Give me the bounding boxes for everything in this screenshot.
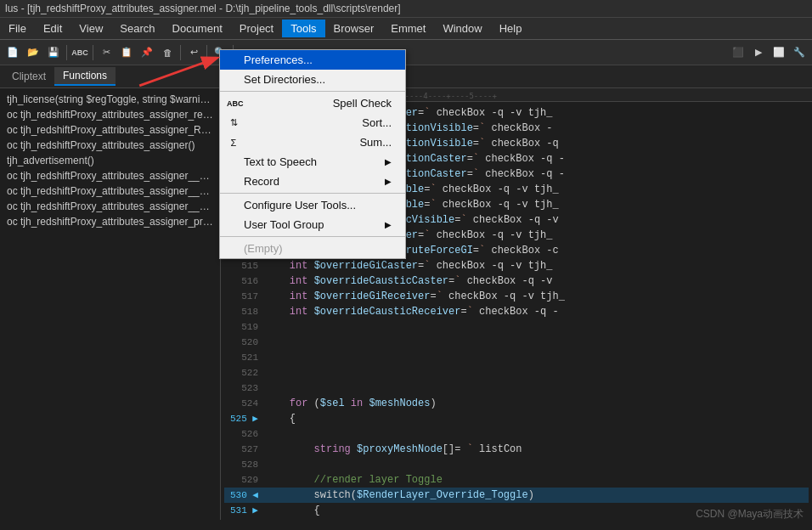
left-panel-item[interactable]: tjh_license(string $regToggle, string $w…	[0, 92, 220, 107]
toolbar-cut[interactable]: ✂	[97, 43, 116, 62]
menu-sep-1	[220, 91, 405, 92]
code-content	[265, 350, 809, 365]
toolbar-sep-4	[206, 45, 207, 60]
user-tool-group-label: User Tool Group	[244, 218, 375, 231]
code-line: 525 ▶ {	[224, 411, 809, 426]
line-number: 518	[224, 304, 265, 319]
line-number: 524	[224, 396, 265, 411]
left-panel-item[interactable]: tjh_advertisement()	[0, 153, 220, 168]
toolbar-copy[interactable]: 📋	[117, 43, 136, 62]
line-number: 529	[224, 472, 265, 488]
menu-text-to-speech[interactable]: Text to Speech ▶	[220, 152, 405, 172]
record-arrow: ▶	[385, 177, 392, 186]
toolbar-save[interactable]: 💾	[44, 43, 63, 62]
line-number: 516	[224, 273, 265, 289]
menu-search[interactable]: Search	[111, 20, 163, 37]
tabs-area: Cliptext Functions	[0, 65, 812, 88]
menu-sum[interactable]: Σ Sum...	[220, 132, 405, 152]
toolbar-r2[interactable]: ▶	[749, 43, 768, 62]
menu-empty: (Empty)	[220, 239, 405, 258]
code-content	[265, 518, 809, 520]
line-number: 519	[224, 319, 265, 335]
left-panel-item[interactable]: oc tjh_redshiftProxy_attributes_assigner…	[0, 122, 220, 138]
code-content	[265, 381, 809, 396]
code-content	[265, 365, 809, 381]
left-panel: tjh_license(string $regToggle, string $w…	[0, 88, 221, 520]
menu-preferences[interactable]: Preferences...	[220, 50, 405, 70]
menu-project[interactable]: Project	[231, 20, 282, 37]
title-text: lus - [tjh_redshiftProxy_attributes_assi…	[5, 3, 401, 14]
toolbar-sep-1	[66, 45, 67, 60]
code-content	[265, 319, 809, 335]
code-content: string $proxyMeshNode[]= ` listCon	[265, 442, 809, 457]
menu-record[interactable]: Record ▶	[220, 172, 405, 191]
menu-bar: File Edit View Search Document Project T…	[0, 18, 812, 40]
line-number: 515	[224, 258, 265, 273]
abc-icon: ABC	[227, 99, 240, 108]
toolbar-r1[interactable]: ⬛	[729, 43, 747, 62]
menu-browser[interactable]: Browser	[325, 20, 383, 37]
left-panel-item[interactable]: oc tjh_redshiftProxy_attributes_assigner…	[0, 138, 220, 153]
menu-set-directories[interactable]: Set Directories...	[220, 70, 405, 89]
line-number: 525 ▶	[224, 411, 265, 426]
toolbar-r4[interactable]: 🔧	[790, 43, 809, 62]
code-line: 519	[224, 319, 809, 335]
toolbar-r3[interactable]: ⬜	[770, 43, 788, 62]
sum-icon: Σ	[227, 138, 240, 148]
code-line: 530 ◀ switch($RenderLayer_Override_Toggl…	[224, 488, 809, 503]
left-panel-item[interactable]: oc tjh_redshiftProxy_attributes_assigner…	[0, 199, 220, 214]
menu-file[interactable]: File	[0, 20, 35, 37]
code-content	[265, 426, 809, 442]
line-number: 532	[224, 518, 265, 520]
menu-sep-3	[220, 236, 405, 237]
toolbar-abc[interactable]: ABC	[70, 43, 89, 62]
tab-cliptext[interactable]: Cliptext	[3, 68, 54, 85]
code-line: 527 string $proxyMeshNode[]= ` listCon	[224, 442, 809, 457]
code-content	[265, 457, 809, 472]
code-line: 524 for ($sel in $meshNodes)	[224, 396, 809, 411]
user-tool-group-arrow: ▶	[385, 220, 392, 229]
code-content: int $overrideGiReceiver=` checkBox -q -v…	[265, 289, 809, 304]
code-content: int $overrideGiCaster=` checkBox -q -v t…	[265, 258, 809, 273]
preferences-label: Preferences...	[244, 54, 313, 66]
toolbar-new[interactable]: 📄	[3, 43, 22, 62]
left-panel-item[interactable]: oc tjh_redshiftProxy_attributes_assigner…	[0, 168, 220, 183]
toolbar-sep-2	[93, 45, 93, 60]
code-line: 526	[224, 426, 809, 442]
toolbar-undo[interactable]: ↩	[184, 43, 203, 62]
toolbar-delete[interactable]: 🗑	[158, 43, 177, 62]
code-line: 528	[224, 457, 809, 472]
menu-configure-user-tools[interactable]: Configure User Tools...	[220, 195, 405, 215]
code-line: 522	[224, 365, 809, 381]
code-line: 517 int $overrideGiReceiver=` checkBox -…	[224, 289, 809, 304]
code-line: 521	[224, 350, 809, 365]
code-line: 518 int $overrideCausticReceiver=` check…	[224, 304, 809, 319]
code-line: 520	[224, 335, 809, 350]
toolbar-sep-3	[180, 45, 181, 60]
left-panel-item[interactable]: oc tjh_redshiftProxy_attributes_assigner…	[0, 107, 220, 122]
sort-icon: ⇅	[227, 117, 240, 128]
code-line: 515 int $overrideGiCaster=` checkBox -q …	[224, 258, 809, 273]
menu-spell-check[interactable]: ABC Spell Check	[220, 93, 405, 113]
left-panel-item[interactable]: oc tjh_redshiftProxy_attributes_assigner…	[0, 183, 220, 199]
menu-sort[interactable]: ⇅ Sort...	[220, 113, 405, 132]
toolbar-paste[interactable]: 📌	[138, 43, 156, 62]
menu-tools[interactable]: Tools	[282, 20, 324, 37]
menu-window[interactable]: Window	[434, 20, 490, 37]
empty-label: (Empty)	[244, 242, 283, 255]
code-content: {	[265, 503, 809, 518]
toolbar-open[interactable]: 📂	[24, 43, 42, 62]
toolbar: 📄 📂 💾 ABC ✂ 📋 📌 🗑 ↩ 🔍 ⬛ ▶ ⬜ 🔧	[0, 40, 812, 65]
menu-user-tool-group[interactable]: User Tool Group ▶	[220, 215, 405, 234]
record-label: Record	[244, 175, 375, 188]
menu-document[interactable]: Document	[164, 20, 231, 37]
code-line: 516 int $overrideCausticCaster=` checkBo…	[224, 273, 809, 289]
text-to-speech-arrow: ▶	[385, 157, 392, 166]
menu-help[interactable]: Help	[491, 20, 531, 37]
tab-functions[interactable]: Functions	[54, 67, 116, 86]
left-panel-item[interactable]: oc tjh_redshiftProxy_attributes_assigner…	[0, 214, 220, 229]
menu-view[interactable]: View	[70, 20, 111, 37]
line-number: 526	[224, 426, 265, 442]
menu-emmet[interactable]: Emmet	[382, 20, 434, 37]
menu-edit[interactable]: Edit	[35, 20, 70, 37]
